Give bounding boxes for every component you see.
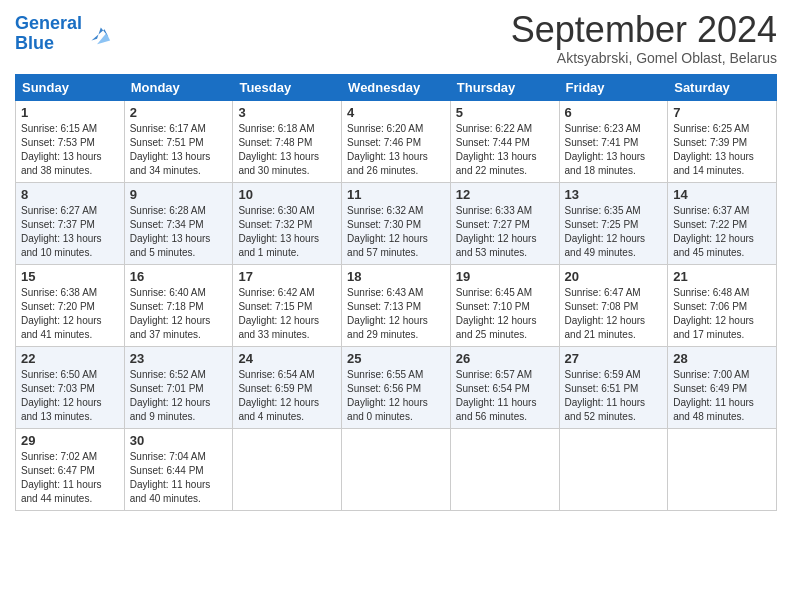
day-number: 18 (347, 269, 445, 284)
day-number: 4 (347, 105, 445, 120)
day-info: Sunrise: 6:40 AMSunset: 7:18 PMDaylight:… (130, 286, 228, 342)
day-cell: 18 Sunrise: 6:43 AMSunset: 7:13 PMDaylig… (342, 264, 451, 346)
month-title: September 2024 (511, 10, 777, 50)
day-number: 21 (673, 269, 771, 284)
logo: GeneralBlue (15, 10, 112, 54)
day-cell: 15 Sunrise: 6:38 AMSunset: 7:20 PMDaylig… (16, 264, 125, 346)
day-cell: 22 Sunrise: 6:50 AMSunset: 7:03 PMDaylig… (16, 346, 125, 428)
day-info: Sunrise: 6:38 AMSunset: 7:20 PMDaylight:… (21, 286, 119, 342)
week-row-1: 1 Sunrise: 6:15 AMSunset: 7:53 PMDayligh… (16, 100, 777, 182)
day-cell: 30 Sunrise: 7:04 AMSunset: 6:44 PMDaylig… (124, 428, 233, 510)
day-info: Sunrise: 6:45 AMSunset: 7:10 PMDaylight:… (456, 286, 554, 342)
day-info: Sunrise: 6:59 AMSunset: 6:51 PMDaylight:… (565, 368, 663, 424)
weekday-header-row: SundayMondayTuesdayWednesdayThursdayFrid… (16, 74, 777, 100)
day-cell: 3 Sunrise: 6:18 AMSunset: 7:48 PMDayligh… (233, 100, 342, 182)
location-subtitle: Aktsyabrski, Gomel Oblast, Belarus (511, 50, 777, 66)
weekday-saturday: Saturday (668, 74, 777, 100)
day-info: Sunrise: 6:15 AMSunset: 7:53 PMDaylight:… (21, 122, 119, 178)
day-info: Sunrise: 6:42 AMSunset: 7:15 PMDaylight:… (238, 286, 336, 342)
day-cell: 29 Sunrise: 7:02 AMSunset: 6:47 PMDaylig… (16, 428, 125, 510)
day-number: 26 (456, 351, 554, 366)
day-cell: 11 Sunrise: 6:32 AMSunset: 7:30 PMDaylig… (342, 182, 451, 264)
day-info: Sunrise: 6:43 AMSunset: 7:13 PMDaylight:… (347, 286, 445, 342)
day-cell (668, 428, 777, 510)
day-number: 22 (21, 351, 119, 366)
calendar-body: 1 Sunrise: 6:15 AMSunset: 7:53 PMDayligh… (16, 100, 777, 510)
day-number: 16 (130, 269, 228, 284)
day-number: 2 (130, 105, 228, 120)
day-info: Sunrise: 6:23 AMSunset: 7:41 PMDaylight:… (565, 122, 663, 178)
weekday-friday: Friday (559, 74, 668, 100)
day-cell: 7 Sunrise: 6:25 AMSunset: 7:39 PMDayligh… (668, 100, 777, 182)
day-cell: 19 Sunrise: 6:45 AMSunset: 7:10 PMDaylig… (450, 264, 559, 346)
day-info: Sunrise: 7:02 AMSunset: 6:47 PMDaylight:… (21, 450, 119, 506)
day-number: 10 (238, 187, 336, 202)
day-info: Sunrise: 6:47 AMSunset: 7:08 PMDaylight:… (565, 286, 663, 342)
day-cell: 13 Sunrise: 6:35 AMSunset: 7:25 PMDaylig… (559, 182, 668, 264)
week-row-5: 29 Sunrise: 7:02 AMSunset: 6:47 PMDaylig… (16, 428, 777, 510)
day-number: 24 (238, 351, 336, 366)
day-number: 11 (347, 187, 445, 202)
day-info: Sunrise: 6:52 AMSunset: 7:01 PMDaylight:… (130, 368, 228, 424)
day-cell (233, 428, 342, 510)
day-number: 23 (130, 351, 228, 366)
day-info: Sunrise: 6:35 AMSunset: 7:25 PMDaylight:… (565, 204, 663, 260)
day-info: Sunrise: 6:28 AMSunset: 7:34 PMDaylight:… (130, 204, 228, 260)
day-cell: 24 Sunrise: 6:54 AMSunset: 6:59 PMDaylig… (233, 346, 342, 428)
day-info: Sunrise: 6:20 AMSunset: 7:46 PMDaylight:… (347, 122, 445, 178)
day-number: 20 (565, 269, 663, 284)
title-block: September 2024 Aktsyabrski, Gomel Oblast… (511, 10, 777, 66)
day-cell: 1 Sunrise: 6:15 AMSunset: 7:53 PMDayligh… (16, 100, 125, 182)
day-info: Sunrise: 6:50 AMSunset: 7:03 PMDaylight:… (21, 368, 119, 424)
day-number: 30 (130, 433, 228, 448)
weekday-tuesday: Tuesday (233, 74, 342, 100)
day-number: 13 (565, 187, 663, 202)
day-cell: 17 Sunrise: 6:42 AMSunset: 7:15 PMDaylig… (233, 264, 342, 346)
day-cell: 9 Sunrise: 6:28 AMSunset: 7:34 PMDayligh… (124, 182, 233, 264)
day-info: Sunrise: 6:54 AMSunset: 6:59 PMDaylight:… (238, 368, 336, 424)
day-cell: 5 Sunrise: 6:22 AMSunset: 7:44 PMDayligh… (450, 100, 559, 182)
day-info: Sunrise: 7:04 AMSunset: 6:44 PMDaylight:… (130, 450, 228, 506)
logo-text: GeneralBlue (15, 14, 82, 54)
day-number: 17 (238, 269, 336, 284)
day-info: Sunrise: 6:37 AMSunset: 7:22 PMDaylight:… (673, 204, 771, 260)
day-cell: 25 Sunrise: 6:55 AMSunset: 6:56 PMDaylig… (342, 346, 451, 428)
day-number: 7 (673, 105, 771, 120)
day-info: Sunrise: 7:00 AMSunset: 6:49 PMDaylight:… (673, 368, 771, 424)
day-number: 19 (456, 269, 554, 284)
day-number: 28 (673, 351, 771, 366)
day-number: 3 (238, 105, 336, 120)
day-info: Sunrise: 6:57 AMSunset: 6:54 PMDaylight:… (456, 368, 554, 424)
day-cell: 4 Sunrise: 6:20 AMSunset: 7:46 PMDayligh… (342, 100, 451, 182)
week-row-3: 15 Sunrise: 6:38 AMSunset: 7:20 PMDaylig… (16, 264, 777, 346)
day-cell: 27 Sunrise: 6:59 AMSunset: 6:51 PMDaylig… (559, 346, 668, 428)
day-number: 12 (456, 187, 554, 202)
day-number: 9 (130, 187, 228, 202)
day-info: Sunrise: 6:48 AMSunset: 7:06 PMDaylight:… (673, 286, 771, 342)
day-cell: 2 Sunrise: 6:17 AMSunset: 7:51 PMDayligh… (124, 100, 233, 182)
day-info: Sunrise: 6:17 AMSunset: 7:51 PMDaylight:… (130, 122, 228, 178)
day-number: 6 (565, 105, 663, 120)
page-header: GeneralBlue September 2024 Aktsyabrski, … (15, 10, 777, 66)
day-info: Sunrise: 6:33 AMSunset: 7:27 PMDaylight:… (456, 204, 554, 260)
day-cell: 8 Sunrise: 6:27 AMSunset: 7:37 PMDayligh… (16, 182, 125, 264)
calendar-table: SundayMondayTuesdayWednesdayThursdayFrid… (15, 74, 777, 511)
day-cell: 26 Sunrise: 6:57 AMSunset: 6:54 PMDaylig… (450, 346, 559, 428)
day-cell (342, 428, 451, 510)
day-cell: 20 Sunrise: 6:47 AMSunset: 7:08 PMDaylig… (559, 264, 668, 346)
week-row-4: 22 Sunrise: 6:50 AMSunset: 7:03 PMDaylig… (16, 346, 777, 428)
day-info: Sunrise: 6:18 AMSunset: 7:48 PMDaylight:… (238, 122, 336, 178)
day-cell (559, 428, 668, 510)
weekday-sunday: Sunday (16, 74, 125, 100)
day-info: Sunrise: 6:32 AMSunset: 7:30 PMDaylight:… (347, 204, 445, 260)
day-info: Sunrise: 6:22 AMSunset: 7:44 PMDaylight:… (456, 122, 554, 178)
day-info: Sunrise: 6:55 AMSunset: 6:56 PMDaylight:… (347, 368, 445, 424)
calendar-page: GeneralBlue September 2024 Aktsyabrski, … (0, 0, 792, 526)
day-number: 15 (21, 269, 119, 284)
day-cell: 6 Sunrise: 6:23 AMSunset: 7:41 PMDayligh… (559, 100, 668, 182)
day-number: 5 (456, 105, 554, 120)
week-row-2: 8 Sunrise: 6:27 AMSunset: 7:37 PMDayligh… (16, 182, 777, 264)
day-number: 25 (347, 351, 445, 366)
day-cell: 28 Sunrise: 7:00 AMSunset: 6:49 PMDaylig… (668, 346, 777, 428)
logo-icon (84, 20, 112, 48)
